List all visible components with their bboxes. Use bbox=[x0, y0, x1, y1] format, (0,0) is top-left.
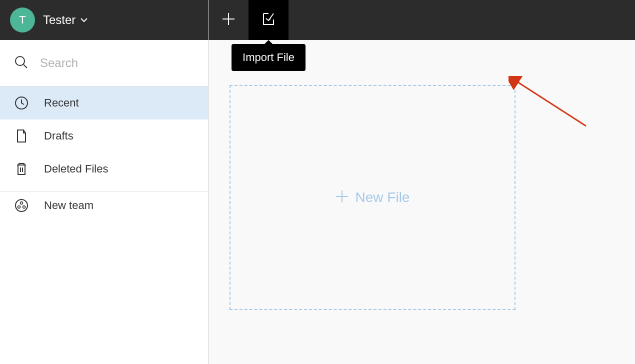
sidebar-item-label: Drafts bbox=[44, 130, 74, 142]
new-file-label: New File bbox=[356, 190, 410, 206]
import-file-button[interactable]: Import File bbox=[248, 0, 288, 40]
avatar-initial: T bbox=[19, 14, 26, 26]
search-input[interactable] bbox=[40, 56, 194, 70]
team-icon bbox=[14, 198, 29, 213]
svg-point-3 bbox=[16, 200, 28, 212]
import-icon bbox=[261, 12, 276, 28]
main: Import File New File bbox=[208, 0, 635, 364]
plus-icon bbox=[336, 190, 348, 205]
sidebar-item-label: New team bbox=[44, 199, 94, 212]
sidebar-item-deleted[interactable]: Deleted Files bbox=[0, 152, 208, 186]
trash-icon bbox=[14, 162, 29, 176]
sidebar-item-drafts[interactable]: Drafts bbox=[0, 120, 208, 152]
svg-point-5 bbox=[18, 206, 20, 208]
tooltip: Import File bbox=[232, 44, 306, 71]
sidebar-header: T Tester bbox=[0, 0, 208, 40]
nav: Recent Drafts Deleted Files New team bbox=[0, 86, 208, 222]
svg-point-0 bbox=[16, 56, 24, 66]
sidebar-item-recent[interactable]: Recent bbox=[0, 86, 208, 120]
clock-icon bbox=[14, 96, 29, 110]
search-row[interactable] bbox=[0, 40, 208, 86]
sidebar: T Tester Recent bbox=[0, 0, 208, 364]
plus-icon bbox=[222, 12, 236, 28]
svg-line-11 bbox=[516, 81, 586, 126]
user-name: Tester bbox=[43, 13, 76, 27]
chevron-down-icon bbox=[80, 16, 88, 24]
canvas: New File bbox=[208, 40, 635, 364]
svg-point-4 bbox=[20, 202, 23, 204]
sidebar-item-new-team[interactable]: New team bbox=[0, 192, 208, 222]
file-icon bbox=[14, 128, 29, 144]
search-icon bbox=[14, 55, 28, 71]
tooltip-text: Import File bbox=[242, 51, 294, 64]
svg-line-1 bbox=[24, 64, 27, 68]
sidebar-item-label: Deleted Files bbox=[44, 162, 108, 176]
sidebar-item-label: Recent bbox=[44, 96, 79, 110]
new-file-button[interactable] bbox=[208, 0, 248, 40]
arrow-annotation bbox=[508, 76, 594, 133]
user-menu[interactable]: Tester bbox=[43, 13, 88, 27]
new-file-card[interactable]: New File bbox=[230, 85, 516, 310]
svg-point-6 bbox=[23, 206, 26, 208]
avatar[interactable]: T bbox=[10, 8, 35, 32]
topbar: Import File bbox=[208, 0, 635, 40]
